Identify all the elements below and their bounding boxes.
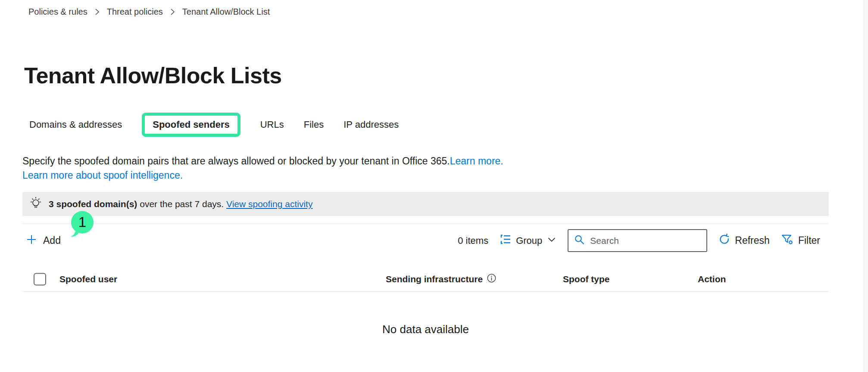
filter-button-label: Filter <box>798 235 820 246</box>
spoof-activity-banner: 3 spoofed domain(s) over the past 7 days… <box>22 192 829 216</box>
main-content: Policies & rules Threat policies Tenant … <box>0 0 868 336</box>
refresh-button[interactable]: Refresh <box>718 233 770 248</box>
tab-files[interactable]: Files <box>304 119 324 130</box>
spoof-intelligence-link[interactable]: Learn more about spoof intelligence. <box>22 168 829 183</box>
column-header-action: Action <box>698 274 726 284</box>
tab-ip-addresses[interactable]: IP addresses <box>343 119 399 130</box>
description-text: Specify the spoofed domain pairs that ar… <box>22 155 450 167</box>
chevron-right-icon <box>94 8 100 16</box>
view-spoofing-activity-link[interactable]: View spoofing activity <box>226 199 312 209</box>
refresh-button-label: Refresh <box>735 235 770 246</box>
column-header-spoofed-user: Spoofed user <box>59 274 117 284</box>
select-all-checkbox[interactable] <box>34 273 46 285</box>
lightbulb-icon <box>29 196 42 212</box>
filter-button[interactable]: Filter <box>781 233 820 248</box>
banner-text: over the past 7 days. <box>140 199 224 209</box>
breadcrumb-tenant-allow-block-list[interactable]: Tenant Allow/Block List <box>182 7 270 17</box>
toolbar-right-cluster: 0 items Group <box>458 229 820 252</box>
empty-table-message: No data available <box>22 323 829 336</box>
breadcrumb-policies-rules[interactable]: Policies & rules <box>28 7 87 17</box>
breadcrumb-threat-policies[interactable]: Threat policies <box>107 7 163 17</box>
search-icon <box>574 234 585 247</box>
tab-bar: Domains & addresses Spoofed senders URLs… <box>29 113 829 137</box>
grouped-list-icon <box>500 233 511 248</box>
add-button-label: Add <box>43 235 61 246</box>
search-box[interactable] <box>568 229 707 252</box>
plus-icon <box>26 234 37 248</box>
column-header-spoof-type: Spoof type <box>563 274 610 284</box>
breadcrumb: Policies & rules Threat policies Tenant … <box>28 7 829 17</box>
group-button-label: Group <box>516 235 542 246</box>
column-header-sending-infrastructure: Sending infrastructure <box>386 273 496 285</box>
annotation-badge-1: 1 <box>69 211 95 237</box>
learn-more-link[interactable]: Learn more. <box>450 155 503 167</box>
tab-spoofed-senders[interactable]: Spoofed senders <box>142 113 240 137</box>
banner-count: 3 spoofed domain(s) <box>49 199 137 209</box>
tab-urls[interactable]: URLs <box>260 119 284 130</box>
svg-text:1: 1 <box>78 214 86 230</box>
chevron-down-icon <box>547 235 556 247</box>
refresh-icon <box>718 233 730 248</box>
group-button[interactable]: Group <box>500 233 556 248</box>
items-count: 0 items <box>458 235 488 246</box>
page-description: Specify the spoofed domain pairs that ar… <box>22 154 829 183</box>
vertical-scrollbar[interactable] <box>864 0 868 372</box>
table-header: Spoofed user Sending infrastructure Spoo… <box>22 267 829 292</box>
page-title: Tenant Allow/Block Lists <box>24 63 829 88</box>
tab-domains-addresses[interactable]: Domains & addresses <box>29 119 122 130</box>
search-input[interactable] <box>590 236 707 246</box>
filter-icon <box>781 233 793 248</box>
chevron-right-icon <box>169 8 176 16</box>
add-button[interactable]: Add <box>26 234 61 248</box>
toolbar: Add 1 0 items <box>22 224 829 258</box>
info-icon[interactable] <box>487 273 496 285</box>
